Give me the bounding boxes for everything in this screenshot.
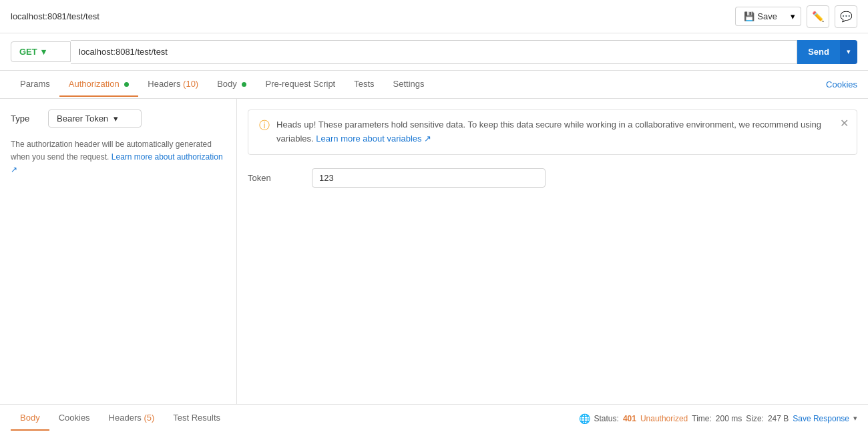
cookies-link[interactable]: Cookies	[826, 79, 857, 89]
type-row: Type Bearer Token ▾	[11, 110, 226, 128]
response-tab-cookies[interactable]: Cookies	[49, 406, 99, 431]
type-caret-icon: ▾	[114, 114, 118, 124]
auth-info-text: The authorization header will be automat…	[11, 138, 226, 177]
authorization-dot	[124, 82, 129, 87]
url-input[interactable]	[71, 40, 797, 64]
time-label: Time:	[692, 414, 712, 423]
sensitive-data-alert: ⓘ Heads up! These parameters hold sensit…	[248, 110, 857, 155]
auth-left-panel: Type Bearer Token ▾ The authorization he…	[0, 99, 237, 404]
url-bar: GET ▾ Send ▾	[0, 33, 868, 71]
request-tabs: Params Authorization Headers (10) Body P…	[0, 71, 868, 99]
top-bar: localhost:8081/test/test 💾 Save ▾ ✏️ 💬	[0, 0, 868, 33]
learn-more-variables-link[interactable]: Learn more about variables ↗	[316, 134, 431, 144]
tab-body[interactable]: Body	[208, 72, 256, 97]
auth-right-panel: ⓘ Heads up! These parameters hold sensit…	[237, 99, 868, 404]
method-value: GET	[19, 47, 37, 57]
alert-text: Heads up! These parameters hold sensitiv…	[276, 118, 846, 146]
bottom-section: Body Cookies Headers (5) Test Results 🌐 …	[0, 404, 868, 432]
send-caret-button[interactable]: ▾	[840, 40, 857, 64]
tab-authorization[interactable]: Authorization	[59, 72, 139, 97]
save-label: Save	[757, 11, 777, 21]
response-tab-test-results[interactable]: Test Results	[164, 406, 230, 431]
save-icon: 💾	[744, 11, 754, 21]
response-tab-body[interactable]: Body	[11, 406, 49, 431]
type-select[interactable]: Bearer Token ▾	[48, 110, 142, 128]
send-button-group: Send ▾	[797, 40, 857, 64]
method-select[interactable]: GET ▾	[11, 41, 71, 62]
size-label: Size:	[746, 414, 764, 423]
tab-prerequest[interactable]: Pre-request Script	[256, 72, 345, 97]
send-label: Send	[808, 47, 829, 57]
headers-badge: (5)	[144, 413, 154, 423]
type-label: Type	[11, 114, 37, 124]
save-response-button[interactable]: Save Response	[793, 414, 849, 423]
save-response-caret[interactable]: ▾	[853, 414, 857, 423]
tab-tests[interactable]: Tests	[345, 72, 383, 97]
status-label: Status:	[594, 414, 619, 423]
status-message: Unauthorized	[640, 414, 688, 423]
time-value: 200 ms	[716, 414, 742, 423]
send-button[interactable]: Send	[797, 40, 840, 64]
comment-icon-button[interactable]: 💬	[835, 5, 857, 28]
tab-params[interactable]: Params	[11, 72, 59, 97]
alert-icon: ⓘ	[259, 119, 270, 133]
type-value: Bearer Token	[57, 114, 108, 124]
token-input[interactable]	[312, 168, 546, 188]
tab-headers[interactable]: Headers (10)	[138, 72, 208, 97]
main-content: Type Bearer Token ▾ The authorization he…	[0, 99, 868, 404]
save-caret-button[interactable]: ▾	[785, 7, 801, 26]
globe-icon: 🌐	[579, 413, 590, 424]
window-url: localhost:8081/test/test	[11, 11, 99, 21]
token-label: Token	[248, 173, 301, 183]
method-caret-icon: ▾	[41, 47, 46, 57]
tab-settings[interactable]: Settings	[384, 72, 434, 97]
top-bar-actions: 💾 Save ▾ ✏️ 💬	[735, 5, 857, 28]
save-button-group: 💾 Save ▾	[735, 7, 801, 26]
save-button[interactable]: 💾 Save	[735, 7, 785, 26]
response-tabs-row: Body Cookies Headers (5) Test Results 🌐 …	[0, 405, 868, 432]
response-tab-headers[interactable]: Headers (5)	[99, 406, 164, 431]
size-value: 247 B	[768, 414, 789, 423]
alert-close-button[interactable]: ✕	[840, 117, 849, 130]
body-dot	[242, 82, 246, 87]
edit-icon-button[interactable]: ✏️	[807, 5, 829, 28]
token-row: Token	[248, 168, 857, 188]
response-status-area: 🌐 Status: 401 Unauthorized Time: 200 ms …	[579, 413, 857, 424]
status-code: 401	[623, 414, 636, 423]
